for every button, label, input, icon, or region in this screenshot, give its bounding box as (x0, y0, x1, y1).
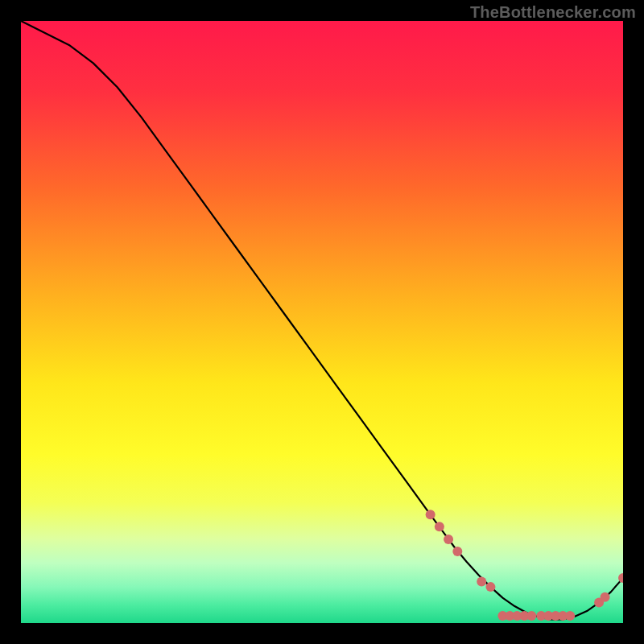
data-marker (565, 611, 575, 621)
data-marker (426, 510, 436, 519)
data-marker (452, 547, 462, 556)
data-marker (526, 611, 536, 621)
chart-stage: TheBottlenecker.com (0, 0, 644, 644)
data-marker (601, 592, 610, 602)
plot-svg (21, 21, 623, 623)
data-marker (485, 582, 495, 592)
watermark-label: TheBottlenecker.com (470, 3, 636, 22)
data-marker (444, 535, 453, 544)
plot-background (21, 21, 623, 623)
data-marker (477, 576, 486, 586)
plot-area (21, 21, 623, 623)
data-marker (435, 522, 444, 531)
